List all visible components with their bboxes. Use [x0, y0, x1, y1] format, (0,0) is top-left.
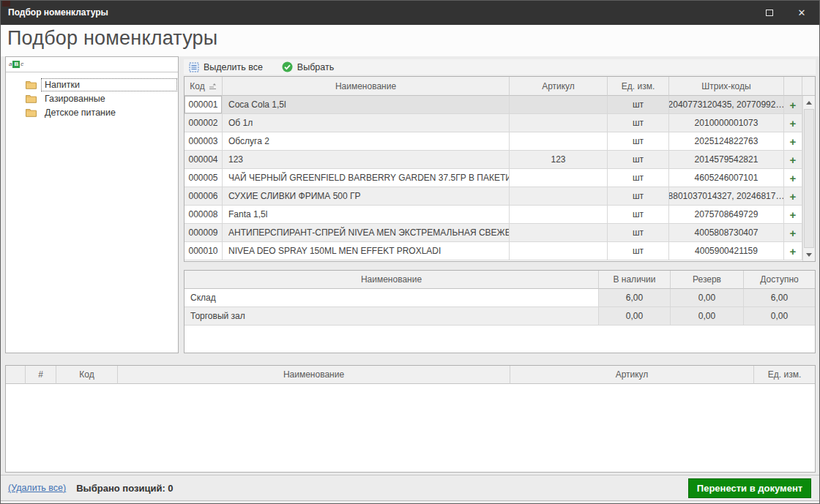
- scroll-down-button[interactable]: [803, 249, 815, 260]
- cell-barcodes: 4005900421159: [669, 242, 784, 260]
- category-tree: Напитки Газированные Детское питание: [6, 72, 178, 119]
- cell-article: [510, 224, 608, 242]
- stock-cell-accessible: 6,00: [744, 289, 815, 307]
- table-row[interactable]: 000008 Fanta 1,5l шт 2075708649729 +: [184, 206, 815, 224]
- cell-unit: шт: [608, 132, 669, 151]
- scrollbar-thumb[interactable]: [804, 109, 814, 248]
- cell-name: Об 1л: [223, 114, 510, 132]
- add-row-button[interactable]: +: [790, 99, 797, 110]
- table-row[interactable]: 000002 Об 1л шт 2010000001073 +: [184, 114, 815, 132]
- add-row-button[interactable]: +: [790, 246, 797, 257]
- cell-article: 123: [510, 151, 608, 169]
- table-row[interactable]: 000004 123 123 шт 2014579542821 +: [184, 151, 815, 169]
- cell-unit: шт: [608, 96, 669, 114]
- cell-article: [510, 132, 608, 151]
- stock-header-row: Наименование В наличии Резерв Доступно: [184, 271, 815, 289]
- folder-icon: [26, 94, 37, 103]
- add-row-button[interactable]: +: [790, 227, 797, 238]
- cell-unit: шт: [608, 114, 669, 132]
- table-row[interactable]: 000003 Обслуга 2 шт 2025124822763 +: [184, 132, 815, 151]
- cell-name: СУХИЕ СЛИВКИ ФРИМА 500 ГР: [223, 187, 510, 206]
- cell-code: 000005: [184, 169, 223, 187]
- selection-column-unit: Ед. изм.: [754, 366, 815, 384]
- stock-cell-available: 6,00: [599, 289, 671, 307]
- cell-unit: шт: [608, 242, 669, 260]
- close-button[interactable]: ✕: [786, 1, 818, 25]
- scroll-up-button[interactable]: [803, 97, 815, 108]
- products-table-panel: Код Наименование Артикул Ед. изм. Штрих-…: [184, 76, 816, 262]
- column-header-article[interactable]: Артикул: [510, 77, 608, 96]
- tree-item-label: Напитки: [42, 79, 176, 91]
- select-all-label: Выделить все: [204, 62, 263, 72]
- cell-code: 000008: [184, 206, 223, 224]
- add-row-button[interactable]: +: [790, 191, 797, 202]
- cell-article: [510, 242, 608, 260]
- window-title: Подбор номенклатуры: [8, 7, 108, 18]
- add-row-button[interactable]: +: [790, 173, 797, 184]
- tree-item-gazirovannye[interactable]: Газированные: [6, 91, 178, 105]
- column-header-unit[interactable]: Ед. изм.: [608, 77, 669, 96]
- tree-item-label: Детское питание: [42, 107, 176, 119]
- page-title: Подбор номенклатуры: [7, 27, 217, 50]
- tree-item-napitki[interactable]: Напитки: [6, 78, 178, 91]
- stock-cell-accessible: 0,00: [744, 307, 815, 326]
- stock-cell-reserve: 0,00: [671, 289, 744, 307]
- cell-article: [510, 206, 608, 224]
- select-all-icon: [189, 62, 199, 72]
- cell-name: АНТИПЕРСПИРАНТ-СПРЕЙ NIVEA MEN ЭКСТРЕМАЛ…: [223, 224, 510, 242]
- column-header-barcodes[interactable]: Штрих-коды: [669, 77, 784, 96]
- app-icon: [2, 1, 10, 7]
- cell-unit: шт: [608, 206, 669, 224]
- add-row-button[interactable]: +: [790, 136, 797, 147]
- page-header: Подбор номенклатуры: [1, 25, 819, 56]
- window-bottom-strip: [1, 500, 819, 504]
- stock-column-available: В наличии: [599, 271, 671, 289]
- selected-count-label: Выбрано позиций: 0: [76, 483, 173, 494]
- column-header-name[interactable]: Наименование: [223, 77, 510, 96]
- tree-item-label: Газированные: [42, 93, 176, 105]
- add-row-button[interactable]: +: [790, 118, 797, 129]
- table-row[interactable]: 000006 СУХИЕ СЛИВКИ ФРИМА 500 ГР шт 8801…: [184, 187, 815, 206]
- table-row[interactable]: 000010 NIVEA DEO SPRAY 150ML MEN EFFEKT …: [184, 242, 815, 260]
- table-row[interactable]: 000001 Coca Cola 1,5l шт 2040773120435, …: [184, 96, 815, 114]
- select-all-button[interactable]: Выделить все: [189, 62, 263, 72]
- cell-code: 000003: [184, 132, 223, 151]
- nomenclature-selection-window: Подбор номенклатуры ✕ Подбор номенклатур…: [0, 0, 820, 504]
- cell-article: [510, 96, 608, 114]
- cell-code: 000002: [184, 114, 223, 132]
- stock-column-name: Наименование: [184, 271, 599, 289]
- tree-search-box: aBc: [6, 57, 178, 72]
- stock-cell-name: Склад: [184, 289, 599, 307]
- folder-icon: [26, 80, 37, 89]
- column-header-code[interactable]: Код: [184, 77, 223, 96]
- cell-code: 000010: [184, 242, 223, 260]
- selected-items-panel: # Код Наименование Артикул Ед. изм.: [5, 365, 816, 473]
- cell-unit: шт: [608, 224, 669, 242]
- add-row-button[interactable]: +: [790, 154, 797, 165]
- selection-header-row: # Код Наименование Артикул Ед. изм.: [6, 366, 815, 384]
- stock-column-reserve: Резерв: [671, 271, 744, 289]
- maximize-button[interactable]: [753, 1, 786, 25]
- delete-all-link[interactable]: (Удалить все): [8, 483, 66, 493]
- tree-item-detskoe-pitanie[interactable]: Детское питание: [6, 105, 178, 119]
- check-circle-icon: [282, 61, 293, 72]
- cell-name: Coca Cola 1,5l: [223, 96, 510, 114]
- table-row[interactable]: 000005 ЧАЙ ЧЕРНЫЙ GREENFIELD BARBERRY GA…: [184, 169, 815, 187]
- add-row-button[interactable]: +: [790, 209, 797, 220]
- table-row[interactable]: 000009 АНТИПЕРСПИРАНТ-СПРЕЙ NIVEA MEN ЭК…: [184, 224, 815, 242]
- selection-column-number: #: [26, 366, 56, 384]
- cell-unit: шт: [608, 151, 669, 169]
- cell-barcodes: 2010000001073: [669, 114, 784, 132]
- selection-column-name: Наименование: [118, 366, 510, 384]
- cell-name: Fanta 1,5l: [223, 206, 510, 224]
- selection-column-article: Артикул: [510, 366, 754, 384]
- transfer-to-document-button[interactable]: Перенести в документ: [688, 478, 811, 498]
- footer-bar: (Удалить все) Выбрано позиций: 0 Перенес…: [1, 475, 819, 500]
- cell-code: 000001: [184, 96, 223, 114]
- tree-search-input[interactable]: [26, 59, 175, 70]
- category-tree-panel: aBc Напитки Газированные: [5, 56, 179, 353]
- triangle-up-icon: [806, 101, 812, 105]
- choose-button[interactable]: Выбрать: [282, 61, 334, 72]
- folder-icon: [26, 108, 37, 117]
- column-header-scroll: [802, 77, 815, 96]
